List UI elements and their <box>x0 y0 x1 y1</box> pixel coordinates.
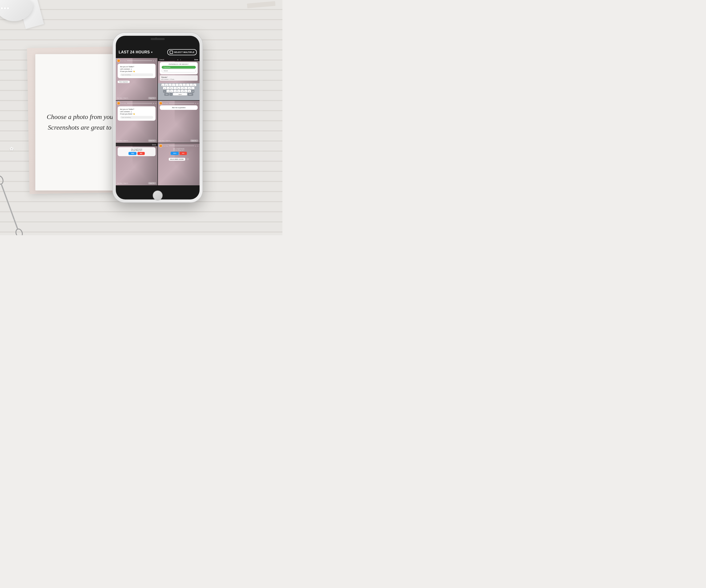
avatar-4 <box>159 101 162 105</box>
sale-badge-container: SALE ENDS SOON! ⓘ <box>160 156 198 162</box>
story-topbar-3: Your Story ✕ Aa <box>116 101 157 106</box>
key-z[interactable]: z <box>167 90 170 92</box>
key-next[interactable]: Next <box>188 93 193 95</box>
yes-button-5[interactable]: YES <box>128 152 136 155</box>
send-to-label-3: Send To › <box>149 140 155 141</box>
key-k[interactable]: k <box>188 87 191 89</box>
key-p[interactable]: p <box>193 84 196 86</box>
progress-bar-3 <box>127 103 153 103</box>
done-bar: Done <box>116 143 157 146</box>
send-to-button-5[interactable]: Send To › <box>148 182 156 184</box>
connect-text: Let's connect. :) I'll see... <box>161 79 196 80</box>
key-i[interactable]: i <box>186 84 189 86</box>
question-text-1: Are you on Twitter?Let's connect. :)I'll… <box>120 66 153 73</box>
key-m[interactable]: m <box>188 90 191 92</box>
story-topbar-6: Your Story ✕ Aa <box>158 143 200 148</box>
key-w[interactable]: w <box>165 84 168 86</box>
ebooks-text-card: "Ebooks" Let's connect. :) I'll see... <box>160 75 198 81</box>
key-l[interactable]: l <box>191 87 194 89</box>
key-r[interactable]: r <box>172 84 175 86</box>
info-icon[interactable]: ⓘ <box>187 158 189 160</box>
sale-badge: SALE ENDS SOON! <box>169 158 186 161</box>
top-left-decoration <box>0 0 45 42</box>
key-d[interactable]: d <box>170 87 173 89</box>
progress-bar-1 <box>127 60 153 61</box>
yes-button-6[interactable]: YES <box>170 152 179 155</box>
tape-decoration <box>247 1 275 8</box>
select-icon <box>170 50 173 54</box>
key-e[interactable]: e <box>168 84 171 86</box>
key-u[interactable]: u <box>183 84 186 86</box>
done-label[interactable]: Done <box>152 144 156 145</box>
cancel-button[interactable]: Cancel <box>159 59 164 60</box>
keyboard-row-1: q w e r t y u i o p <box>159 84 199 86</box>
send-to-bar-1: Your Story · Close Fr... Send To › <box>116 97 157 99</box>
keyboard-row-2: a s d f g h j k l <box>159 87 199 89</box>
story-cell-3[interactable]: Your Story ✕ Aa Are you on Twitter?Let's… <box>116 101 157 143</box>
send-to-bar-4: Your Story · Close Fr... Send To › <box>158 139 200 142</box>
yes-no-question: Hey, InstaFriends!Do you blog, too? <box>120 149 154 151</box>
key-delete[interactable]: ⌫ <box>191 90 194 92</box>
question-text-3: Are you on Twitter?Let's connect. :)I'll… <box>120 108 153 115</box>
key-b[interactable]: b <box>181 90 184 92</box>
story-cell-2[interactable]: Cancel ● ● Done PAPERBACK OR EBOOK? <box>158 58 200 100</box>
key-g[interactable]: g <box>177 87 180 89</box>
story-label-1: Your Story <box>121 60 126 61</box>
type-input-3[interactable]: Type something... <box>120 116 153 119</box>
top-right-decoration <box>235 0 282 19</box>
key-n[interactable]: n <box>184 90 187 92</box>
send-to-button-1[interactable]: Send To › <box>148 97 156 99</box>
phone-outer-shell: LAST 24 HOURS ▾ SELECT MULTIPLE <box>113 33 202 202</box>
phone-speaker <box>151 38 165 40</box>
key-q[interactable]: q <box>161 84 164 86</box>
key-space[interactable]: space <box>173 93 187 95</box>
story-content-4: Ask me a question <box>158 106 200 110</box>
blog-question-6: Hey, InstaFriends!Do you blog, too? <box>160 148 198 151</box>
view-responses-button[interactable]: View responses. <box>118 81 130 83</box>
app-screen: LAST 24 HOURS ▾ SELECT MULTIPLE <box>116 46 200 185</box>
story-label-6: Your Story <box>163 145 168 146</box>
key-y[interactable]: y <box>179 84 182 86</box>
flowers-decoration <box>0 7 12 12</box>
key-x[interactable]: x <box>170 90 173 92</box>
send-to-label-5: Send To › <box>149 182 155 184</box>
type-input-1[interactable]: Type something... <box>120 73 153 76</box>
send-to-button-4[interactable]: Send To › <box>190 139 198 142</box>
send-to-button-3[interactable]: Send To › <box>148 139 156 142</box>
key-h[interactable]: h <box>181 87 184 89</box>
stories-grid: Your Story ✕ Aa Are you on Twitter?Let's… <box>116 58 200 185</box>
poll-option-paperback[interactable]: Paperback <box>162 66 196 69</box>
key-123[interactable]: 123 <box>164 93 169 95</box>
user-label-4: Your Story · Close Fr... <box>159 140 171 141</box>
story-label-3: Your Story <box>121 103 126 104</box>
key-a[interactable]: a <box>163 87 166 89</box>
send-to-bar-5: Your Story · Close Fr... Send To › <box>116 182 157 184</box>
key-t[interactable]: t <box>175 84 179 86</box>
ebooks-label: "Ebooks" <box>161 76 196 78</box>
story-cell-5[interactable]: Done Hey, InstaFriends!Do you blog, too?… <box>116 143 157 185</box>
header-title-group[interactable]: LAST 24 HOURS ▾ <box>119 50 153 54</box>
keyboard[interactable]: q w e r t y u i o p <box>158 83 200 100</box>
key-f[interactable]: f <box>174 87 177 89</box>
key-j[interactable]: j <box>184 87 187 89</box>
phone-mockup: LAST 24 HOURS ▾ SELECT MULTIPLE <box>113 33 202 202</box>
phone-home-button[interactable] <box>153 191 163 200</box>
story-content-6: Hey, InstaFriends!Do you blog, too? YES … <box>158 148 200 162</box>
avatar-1 <box>117 59 120 62</box>
story-cell-4[interactable]: Your Story ✕ Aa Ask me a question <box>158 101 200 143</box>
key-emoji[interactable]: ☺ <box>169 93 172 95</box>
no-button-5[interactable]: NO <box>138 152 145 155</box>
poll-option-ebook[interactable]: Ebook <box>162 69 196 73</box>
key-shift[interactable]: ⇧ <box>163 90 166 92</box>
key-v[interactable]: v <box>177 90 180 92</box>
select-multiple-button[interactable]: SELECT MULTIPLE <box>167 49 197 55</box>
key-o[interactable]: o <box>190 84 193 86</box>
key-s[interactable]: s <box>167 87 170 89</box>
key-c[interactable]: c <box>174 90 177 92</box>
avatar-6 <box>159 144 162 148</box>
user-label-5: Your Story · Close Fr... <box>117 182 129 184</box>
done-button[interactable]: Done <box>194 59 198 60</box>
story-cell-6[interactable]: Your Story ✕ Aa Hey, InstaFriends!Do you… <box>158 143 200 185</box>
story-cell-1[interactable]: Your Story ✕ Aa Are you on Twitter?Let's… <box>116 58 157 100</box>
no-button-6[interactable]: NO <box>180 152 187 155</box>
